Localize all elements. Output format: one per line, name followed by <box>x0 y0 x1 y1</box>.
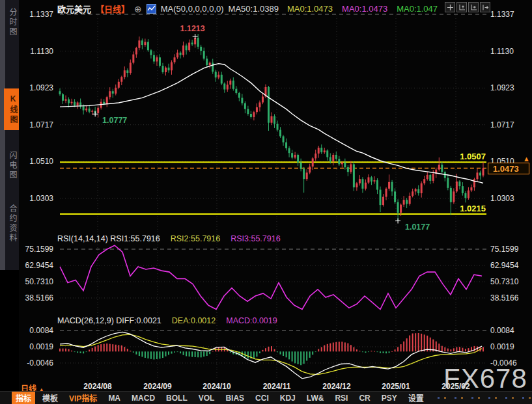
axis-scale-button[interactable] <box>456 2 467 12</box>
bottom-toolbar: 指标模板VIP指标MAMACDBOLLVOLBIASCCIKDJLW&RSICR… <box>0 391 532 404</box>
sidebar-item-1[interactable]: 分时图 <box>6 4 18 40</box>
symbol-name: 欧元美元 <box>57 3 91 15</box>
toolbar-item-MACD[interactable]: MACD <box>128 393 159 403</box>
toolbar-item-RSI[interactable]: RSI <box>331 393 352 403</box>
toolbar-dotted-divider <box>438 397 532 399</box>
chart-application: 1.12131.07771.0177 1.13371.13371.11301.1… <box>0 0 532 404</box>
chart-canvas[interactable]: 1.12131.07771.0177 <box>0 0 532 404</box>
macd-title: MACD(26,12,9) DIFF:0.0021 <box>57 316 161 325</box>
add-circle-icon[interactable]: ⊕ <box>134 4 142 14</box>
candlestick-series[interactable] <box>59 34 484 221</box>
toolbar-item-LW&[interactable]: LW& <box>303 393 328 403</box>
sidebar-scrollbar[interactable] <box>0 0 5 270</box>
rsi-header: RSI(14,14,14) RSI1:55.7916 RSI2:55.7916 … <box>57 234 281 243</box>
toolbar-item-MA[interactable]: MA <box>104 393 124 403</box>
last-price-box: 1.0473 <box>488 163 529 174</box>
ma-formula: MA(50,0,0,0,0,0) <box>161 4 224 14</box>
sidebar-item-2[interactable]: K线图 <box>4 88 19 130</box>
swing-annotation-label: 1.0777 <box>102 116 127 125</box>
ma50-value: MA50:1.0389 <box>229 4 279 14</box>
axis-pan-button[interactable] <box>468 2 479 12</box>
rsi2-value: RSI2:55.7916 <box>171 234 220 243</box>
indicator-chart-icon[interactable] <box>147 4 156 14</box>
ma-legend: MA0:1.0473MA0:1.0473MA0:1.047 <box>287 4 438 14</box>
expand-panel-button[interactable] <box>480 2 490 12</box>
toolbar-item-VIP指标[interactable]: VIP指标 <box>65 392 101 404</box>
rsi-line <box>60 245 482 309</box>
chart-header: 欧元美元 【日线】 ⊕ MA(50,0,0,0,0,0) MA50:1.0389… <box>57 3 438 15</box>
toolbar-item-模板[interactable]: 模板 <box>38 392 62 404</box>
dea-value: DEA:0.0012 <box>172 316 216 325</box>
swing-annotation-label: 1.0177 <box>405 222 430 232</box>
rsi3-value: RSI3:55.7916 <box>231 234 280 243</box>
ma-legend-value: MA0:1.0473 <box>287 4 333 14</box>
rsi-title: RSI(14,14,14) RSI1:55.7916 <box>57 234 160 243</box>
toolbar-item-PSY[interactable]: PSY <box>378 393 401 403</box>
sidebar: 分时图K线图闪电图合约资料 <box>0 0 19 404</box>
toolbar-item-指标[interactable]: 指标 <box>12 392 35 404</box>
sidebar-item-3[interactable]: 闪电图 <box>6 146 18 185</box>
ma-legend-value: MA0:1.0473 <box>342 4 387 14</box>
period-tag: 【日线】 <box>96 3 130 15</box>
swing-annotation-label: 1.1213 <box>180 24 205 33</box>
macd-value: MACD:0.0019 <box>226 316 277 325</box>
macd-header: MACD(26,12,9) DIFF:0.0021 DEA:0.0012 MAC… <box>57 316 277 325</box>
toolbar-item-CCI[interactable]: CCI <box>251 393 273 403</box>
toolbar-item-VOL[interactable]: VOL <box>195 393 219 403</box>
toolbar-item-BIAS[interactable]: BIAS <box>221 393 248 403</box>
resistance-level-label: 1.0507 <box>414 152 486 161</box>
toolbar-item-设置[interactable]: 设置 <box>404 392 428 404</box>
crosshair-tool-button[interactable] <box>445 2 455 12</box>
watermark: FX678 <box>443 363 527 394</box>
toolbar-item-KDJ[interactable]: KDJ <box>276 393 300 403</box>
chart-tool-buttons <box>445 2 490 12</box>
support-level-label: 1.0215 <box>414 204 486 213</box>
price-up-arrow-icon: ▲ <box>523 155 530 163</box>
toolbar-item-CR[interactable]: CR <box>355 393 374 403</box>
sidebar-item-4[interactable]: 合约资料 <box>6 196 18 251</box>
ma-legend-value: MA0:1.047 <box>397 4 438 14</box>
toolbar-item-BOLL[interactable]: BOLL <box>162 393 191 403</box>
